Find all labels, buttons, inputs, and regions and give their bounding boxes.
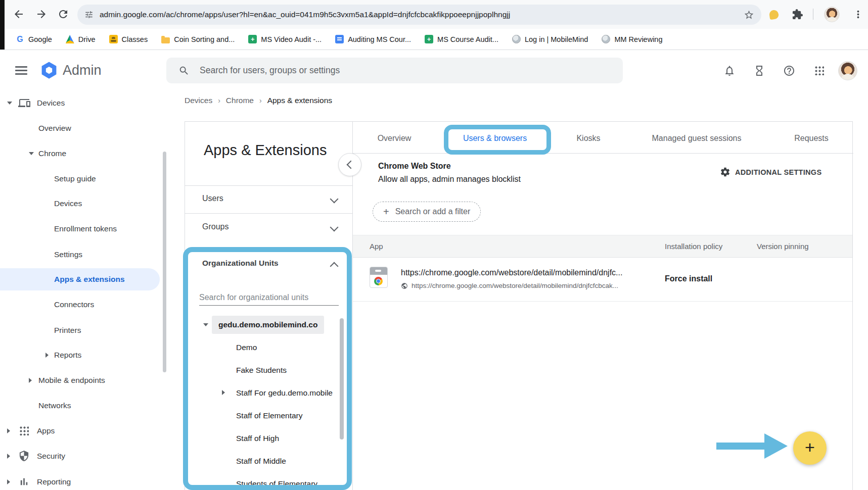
sidebar-item-mobile-endpoints[interactable]: Mobile & endpoints: [0, 369, 163, 391]
sidebar-item-apps-extensions[interactable]: Apps & extensions: [0, 268, 160, 290]
ou-node-fake-students[interactable]: Fake Students: [185, 359, 352, 381]
sidebar-item-security[interactable]: Security: [0, 445, 163, 467]
web-favicon: [512, 35, 521, 43]
annotation-arrow-head: [764, 433, 788, 459]
yellow-extension-icon[interactable]: [769, 10, 779, 20]
caret-right-icon: [7, 454, 10, 459]
row-divider: [353, 301, 852, 302]
bookmark-drive[interactable]: Drive: [66, 35, 96, 43]
kebab-menu-icon[interactable]: [852, 9, 864, 20]
bookmark-google[interactable]: GGoogle: [16, 35, 52, 43]
bookmark-classes[interactable]: Classes: [109, 35, 148, 43]
caret-down-icon: [7, 102, 12, 105]
ou-node-demo[interactable]: Demo: [185, 336, 352, 359]
bookmark-coin-sorting[interactable]: Coin Sorting and...: [161, 35, 235, 43]
sidebar-item-networks[interactable]: Networks: [0, 395, 163, 417]
caret-down-icon[interactable]: [203, 323, 208, 326]
window-edge: [0, 0, 5, 50]
gear-icon: [720, 167, 730, 177]
sheets-favicon: [248, 35, 257, 43]
url-text: admin.google.com/ac/chrome/apps/user?hl=…: [100, 10, 744, 19]
bookmark-login-mobilemind[interactable]: Log in | MobileMind: [512, 35, 588, 43]
admin-product-title: Admin: [63, 63, 102, 78]
sidebar-item-reports[interactable]: Reports: [0, 344, 163, 366]
site-info-icon[interactable]: [84, 10, 94, 19]
notifications-bell-icon[interactable]: [723, 65, 736, 77]
sidebar-scrollbar[interactable]: [163, 152, 166, 372]
sheets-favicon: [425, 35, 433, 43]
account-avatar[interactable]: [838, 61, 857, 80]
ou-node-staff-for[interactable]: Staff For gedu.demo.mobile: [185, 381, 352, 404]
picker-section-organizational-units[interactable]: Organizational Units: [202, 259, 279, 268]
sidebar-item-apps[interactable]: Apps: [0, 420, 163, 442]
ou-node-staff-elementary[interactable]: Staff of Elementary: [185, 404, 352, 427]
bookmark-auditing-ms-cour[interactable]: Auditing MS Cour...: [335, 35, 411, 43]
bookmark-ms-course-audit[interactable]: MS Course Audit...: [425, 35, 498, 43]
extensions-puzzle-icon[interactable]: [792, 9, 803, 20]
breadcrumb-separator: ›: [259, 96, 262, 105]
help-icon[interactable]: [783, 65, 795, 77]
tab-users-browsers[interactable]: Users & browsers: [463, 134, 527, 143]
sidebar-item-connectors[interactable]: Connectors: [0, 293, 163, 316]
bookmark-mm-reviewing[interactable]: MM Reviewing: [602, 35, 662, 43]
tabbar-divider: [352, 153, 853, 154]
caret-right-icon: [45, 353, 49, 358]
caret-right-icon: [7, 428, 10, 433]
ou-panel-scrollbar[interactable]: [340, 318, 344, 439]
sidebar-item-chrome[interactable]: Chrome: [0, 142, 163, 165]
sidebar-item-reporting[interactable]: Reporting: [0, 471, 163, 490]
tab-kiosks[interactable]: Kiosks: [576, 134, 600, 143]
browser-profile-avatar[interactable]: [824, 7, 840, 22]
bookmark-ms-video-audit[interactable]: MS Video Audit -...: [248, 35, 322, 43]
picker-section-users[interactable]: Users: [202, 194, 223, 203]
sidebar-item-overview[interactable]: Overview: [0, 117, 163, 139]
bookmark-star-icon[interactable]: [744, 10, 754, 20]
ou-node-staff-high[interactable]: Staff of High: [185, 427, 352, 450]
toolbar-divider: [813, 9, 813, 20]
filter-chip[interactable]: + Search or add a filter: [373, 202, 481, 222]
annotation-arrow: [716, 443, 765, 450]
admin-search-input[interactable]: [199, 65, 623, 76]
apps-grid-icon[interactable]: [815, 66, 824, 75]
picker-section-groups[interactable]: Groups: [202, 222, 229, 231]
reload-icon[interactable]: [57, 8, 69, 20]
apps-grid-icon: [20, 426, 29, 435]
ou-search-input[interactable]: [199, 290, 339, 306]
plus-icon: +: [805, 437, 815, 457]
sidebar-item-enrollment-tokens[interactable]: Enrollment tokens: [0, 218, 163, 240]
back-arrow-icon[interactable]: [13, 8, 25, 20]
panel-collapse-button[interactable]: [338, 153, 361, 176]
tasks-hourglass-icon[interactable]: [753, 65, 765, 77]
ou-node-staff-middle[interactable]: Staff of Middle: [185, 450, 352, 472]
tab-overview[interactable]: Overview: [378, 134, 412, 143]
additional-settings-button[interactable]: ADDITIONAL SETTINGS: [720, 167, 821, 177]
caret-down-icon: [29, 152, 34, 155]
breadcrumb-chrome[interactable]: Chrome: [226, 96, 254, 105]
classroom-favicon: [109, 35, 118, 43]
sidebar-item-printers[interactable]: Printers: [0, 319, 163, 341]
sidebar-item-setup-guide[interactable]: Setup guide: [0, 168, 163, 190]
hamburger-menu-icon[interactable]: [15, 66, 27, 75]
sidebar-item-settings[interactable]: Settings: [0, 243, 163, 266]
breadcrumb-apps-extensions[interactable]: Apps & extensions: [267, 96, 332, 105]
installation-policy-value[interactable]: Force install: [665, 274, 712, 283]
add-app-fab-button[interactable]: +: [793, 431, 827, 465]
caret-right-icon[interactable]: [222, 390, 225, 395]
sidebar-item-chrome-devices[interactable]: Devices: [0, 192, 163, 215]
ou-node-root[interactable]: gedu.demo.mobilemind.co: [185, 313, 352, 336]
breadcrumb-devices[interactable]: Devices: [185, 96, 212, 105]
tab-managed-guest-sessions[interactable]: Managed guest sessions: [652, 134, 742, 143]
admin-search-bar[interactable]: [166, 58, 623, 83]
breadcrumb: Devices › Chrome › Apps & extensions: [185, 96, 332, 105]
tab-requests[interactable]: Requests: [794, 134, 829, 143]
app-row-title[interactable]: https://chrome.google.com/webstore/detai…: [401, 268, 622, 277]
sidebar-item-devices[interactable]: Devices: [0, 92, 163, 114]
forward-arrow-icon[interactable]: [35, 8, 48, 20]
ou-search: [199, 290, 339, 306]
column-header-installation-policy: Installation policy: [665, 242, 722, 251]
ou-node-students-elementary[interactable]: Students of Elementary: [185, 472, 352, 490]
docs-favicon: [335, 35, 344, 43]
google-favicon: G: [16, 35, 24, 43]
url-bar[interactable]: admin.google.com/ac/chrome/apps/user?hl=…: [77, 5, 761, 25]
plus-icon: +: [383, 206, 389, 218]
